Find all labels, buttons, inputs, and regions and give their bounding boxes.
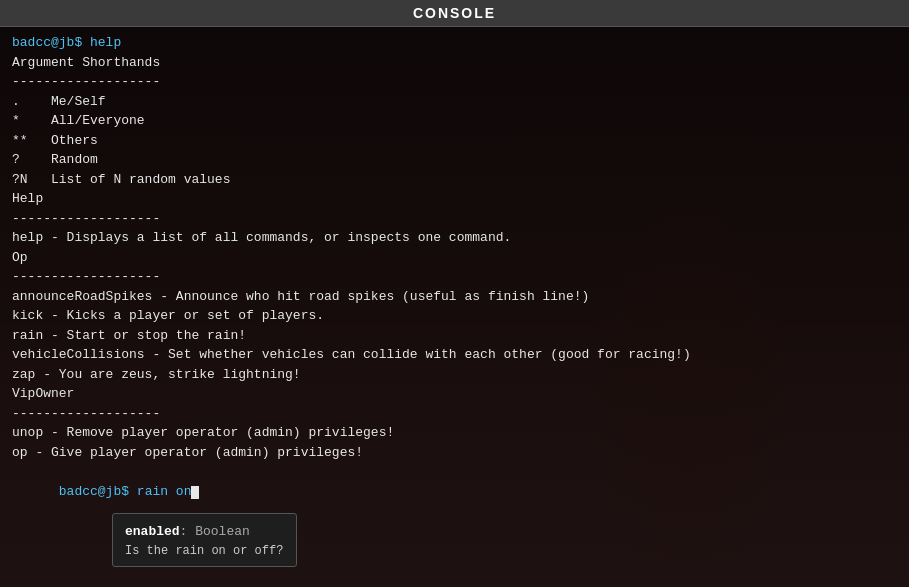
console-titlebar: CONSOLE [0,0,909,27]
current-prompt-line: badcc@jb$ rain on [12,462,897,521]
console-line: rain - Start or stop the rain! [12,326,897,346]
console-line: ------------------- [12,209,897,229]
prompt-input: rain on [137,484,192,499]
tooltip-description: Is the rain on or off? [125,544,284,558]
console-line: Help [12,189,897,209]
console-line: ?N List of N random values [12,170,897,190]
console-line: unop - Remove player operator (admin) pr… [12,423,897,443]
console-window: CONSOLE badcc@jb$ helpArgument Shorthand… [0,0,909,587]
console-line: op - Give player operator (admin) privil… [12,443,897,463]
tooltip-param-name: enabled [125,524,180,539]
tooltip-param-line: enabled: Boolean [125,522,284,540]
console-line: ? Random [12,150,897,170]
console-line: kick - Kicks a player or set of players. [12,306,897,326]
console-line: announceRoadSpikes - Announce who hit ro… [12,287,897,307]
console-line: . Me/Self [12,92,897,112]
console-line: ------------------- [12,404,897,424]
tooltip-param-type: Boolean [195,524,250,539]
prompt-prefix: badcc@jb$ [59,484,137,499]
console-title: CONSOLE [413,5,496,21]
tooltip-param-separator: : [180,524,196,539]
console-line: Op [12,248,897,268]
console-line: zap - You are zeus, strike lightning! [12,365,897,385]
console-line: ------------------- [12,267,897,287]
console-line: ------------------- [12,72,897,92]
console-line: Argument Shorthands [12,53,897,73]
console-line: VipOwner [12,384,897,404]
console-line: ** Others [12,131,897,151]
console-body[interactable]: badcc@jb$ helpArgument Shorthands-------… [0,27,909,587]
console-output: badcc@jb$ helpArgument Shorthands-------… [12,33,897,462]
autocomplete-tooltip: enabled: Boolean Is the rain on or off? [112,513,297,567]
console-line: vehicleCollisions - Set whether vehicles… [12,345,897,365]
cursor [191,486,199,499]
console-line: badcc@jb$ help [12,33,897,53]
console-line: * All/Everyone [12,111,897,131]
console-line: help - Displays a list of all commands, … [12,228,897,248]
